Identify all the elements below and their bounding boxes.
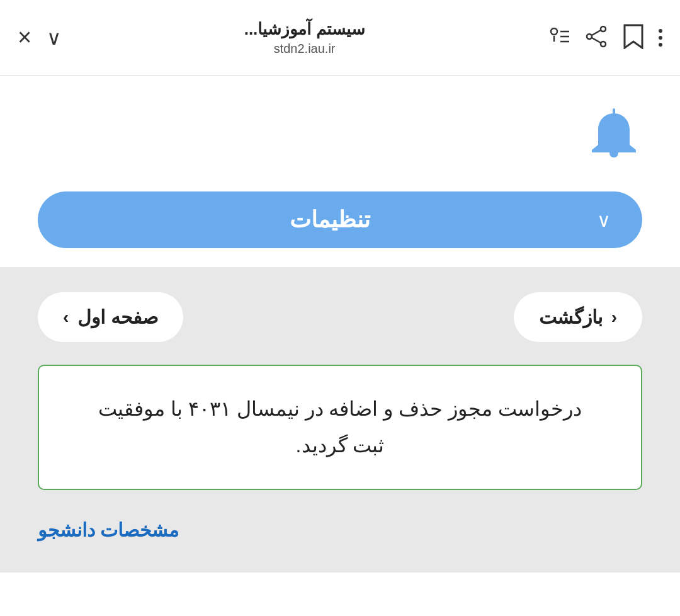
page-title: سیستم آموزشیا... [244, 20, 365, 39]
settings-button[interactable]: ∨ تنظیمات [38, 191, 642, 248]
gray-section: ‹ بازگشت صفحه اول › درخواست مجوز حذف و ا… [0, 267, 680, 573]
student-info-section: مشخصات دانشجو [38, 513, 642, 547]
more-options-icon[interactable] [659, 29, 662, 47]
close-icon[interactable]: × [18, 24, 31, 51]
home-button[interactable]: صفحه اول › [38, 292, 183, 342]
success-text-line1: درخواست مجوز حذف و اضافه در نیمسال ۴۰۳۱ … [71, 391, 609, 428]
share-icon[interactable] [586, 25, 608, 50]
student-info-link[interactable]: مشخصات دانشجو [38, 520, 179, 540]
toolbar-center: سیستم آموزشیا... stdn2.iau.ir [76, 20, 533, 56]
svg-line-3 [592, 30, 601, 35]
settings-label: تنظیمات [63, 207, 597, 233]
svg-point-1 [601, 42, 606, 47]
toolbar-right-icons [548, 24, 662, 52]
back-label: بازگشت [539, 306, 603, 328]
main-content: ∨ تنظیمات [0, 76, 680, 267]
svg-line-4 [592, 38, 601, 43]
settings-chevron-icon: ∨ [597, 209, 611, 231]
home-chevron-icon: › [63, 307, 69, 328]
toolbar-left-icons: ∨ × [18, 24, 61, 51]
reader-mode-icon[interactable] [548, 25, 570, 50]
page-url[interactable]: stdn2.iau.ir [274, 42, 336, 56]
nav-row: ‹ بازگشت صفحه اول › [38, 292, 642, 342]
bookmark-icon[interactable] [623, 24, 643, 52]
home-label: صفحه اول [77, 306, 157, 328]
browser-toolbar: سیستم آموزشیا... stdn2.iau.ir ∨ × [0, 0, 680, 76]
bell-container [38, 107, 642, 166]
success-message-box: درخواست مجوز حذف و اضافه در نیمسال ۴۰۳۱ … [38, 365, 642, 490]
svg-point-5 [551, 28, 557, 35]
svg-point-2 [587, 34, 592, 39]
success-text-line2: ثبت گردید. [71, 428, 609, 464]
bell-icon [586, 107, 642, 164]
back-button[interactable]: ‹ بازگشت [514, 292, 642, 342]
chevron-down-icon[interactable]: ∨ [47, 26, 61, 50]
back-chevron-icon: ‹ [611, 307, 617, 328]
svg-point-0 [601, 26, 606, 31]
